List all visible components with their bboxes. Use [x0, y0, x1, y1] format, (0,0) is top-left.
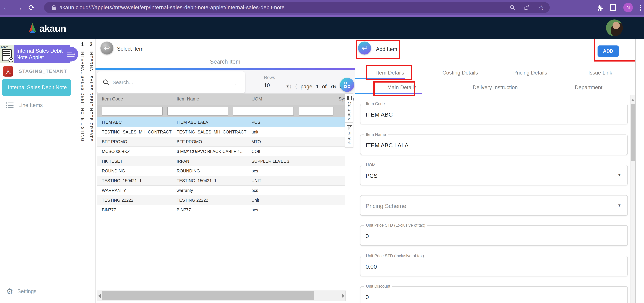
right-gutter — [635, 39, 644, 303]
filter-input-item-name[interactable] — [168, 107, 228, 116]
bookmark-star-icon[interactable]: ☆ — [538, 4, 544, 11]
url-text[interactable]: akaun.cloud/#/applets/tnt/wavelet/erp/in… — [60, 5, 284, 11]
vertical-scrollbar-thumb[interactable] — [631, 104, 634, 161]
tenant-name-label: STAGING_TENANT — [19, 69, 67, 74]
filter-sort-icon[interactable] — [232, 80, 238, 84]
address-bar[interactable]: akaun.cloud/#/applets/tnt/wavelet/erp/in… — [44, 2, 550, 13]
table-row[interactable]: ROUNDINGROUNDINGpcs — [97, 166, 345, 176]
filter-input-system-status[interactable] — [298, 107, 334, 116]
total-pages: 76 — [330, 84, 336, 90]
rows-per-page-select[interactable]: 10 ▼ — [264, 82, 285, 90]
subtab-delivery-instruction[interactable]: Delivery Instruction — [448, 82, 542, 94]
unit-price-exclusive-field[interactable]: Unit Price STD (Exclusive of tax) 0 — [360, 225, 628, 246]
detail-tabs: Item Details Costing Details Pricing Det… — [355, 68, 635, 79]
select-item-back-button[interactable]: ↩ — [100, 42, 114, 55]
sidebar-collapse-button[interactable]: ‹ — [64, 47, 78, 62]
select-item-panel: ↩ Select Item Search Item Search... Rows… — [96, 39, 355, 303]
uom-select-field[interactable]: UOM PCS ▼ — [360, 165, 628, 185]
unit-discount-field[interactable]: Unit Discount 0 — [360, 286, 628, 303]
table-row[interactable]: MCSC006BKZ6 MM² CU/PVC BLACK CABLE 1...C… — [97, 147, 345, 156]
subtab-main-details[interactable]: Main Details — [355, 82, 448, 94]
side-panel-icon[interactable] — [610, 4, 616, 11]
filters-tool-tab[interactable]: Filters — [345, 123, 354, 148]
browser-menu-icon[interactable] — [640, 5, 641, 11]
rows-label: Rows — [264, 75, 275, 80]
pagination: |⟨ ⟨ page 1 of 76 ⟩ ⟩| — [288, 83, 348, 90]
horizontal-scrollbar[interactable] — [97, 290, 346, 301]
sidebar-item-settings[interactable]: ⚙ Settings — [6, 287, 36, 295]
share-icon[interactable] — [524, 4, 530, 11]
first-page-button[interactable]: |⟨ — [288, 83, 292, 90]
table-header-row: Item Code Item Name UOM System St — [97, 94, 345, 105]
filter-input-uom[interactable] — [233, 107, 294, 116]
sidebar-item-line-items[interactable]: Line Items — [6, 102, 43, 108]
item-name-field[interactable]: Item Name ITEM ABC LALA — [360, 135, 628, 155]
active-subtab-indicator — [355, 93, 422, 94]
prev-page-button[interactable]: ⟨ — [295, 83, 297, 90]
table-row[interactable]: ITEM ABCITEM ABC LALAPCS — [97, 117, 345, 127]
app-header: akaun — [0, 17, 644, 39]
zoom-out-icon[interactable] — [509, 4, 516, 11]
scroll-left-icon[interactable] — [98, 293, 101, 298]
tenant-row[interactable]: 大 STAGING_TENANT — [3, 66, 67, 77]
scroll-right-icon[interactable] — [342, 293, 344, 298]
tab-pricing-details[interactable]: Pricing Details — [495, 68, 565, 79]
debit-note-applet-icon: DEBIT — [0, 45, 14, 63]
browser-forward-icon[interactable]: → — [13, 3, 25, 12]
table-row[interactable]: TESTING_SALES_MH_CONTRACTTESTING_SALES_M… — [97, 127, 345, 137]
columns-icon — [347, 96, 352, 100]
col-item-code[interactable]: Item Code — [97, 96, 172, 102]
settings-label: Settings — [17, 288, 36, 294]
add-item-back-button[interactable]: ↩ — [358, 42, 371, 55]
table-row[interactable]: BFF PROMOBFF PROMOMTO — [97, 137, 345, 147]
browser-back-icon[interactable]: ← — [0, 3, 13, 12]
horizontal-scrollbar-thumb[interactable] — [102, 291, 314, 300]
workspace-tab-create[interactable]: 2 INTERNAL SALES DEBIT NOTE CREATE — [87, 39, 96, 303]
akaun-logo[interactable]: akaun — [27, 23, 66, 34]
sidebar-item-internal-sales-debit-note[interactable]: Internal Sales Debit Note — [2, 79, 72, 96]
table-row[interactable]: TESTING 22222TESTING 22222Unit — [97, 195, 345, 205]
tab-costing-details[interactable]: Costing Details — [425, 68, 495, 79]
akaun-logo-icon — [27, 23, 38, 34]
grid-view-button[interactable] — [340, 78, 354, 92]
table-filter-row — [97, 105, 345, 117]
add-button[interactable]: ADD — [598, 46, 619, 57]
tab-item-details[interactable]: Item Details — [355, 68, 425, 79]
workspace-tab-listing[interactable]: 1 INTERNAL SALES DEBIT NOTE LISTING — [78, 39, 87, 303]
main-area: DEBIT Internal Sales Debit Note Applet ‹… — [0, 39, 644, 303]
add-item-title: Add Item — [376, 46, 397, 52]
pricing-scheme-select-field[interactable]: Pricing Scheme ▼ — [360, 195, 628, 216]
grid-icon — [344, 82, 350, 88]
applet-name-label: Internal Sales Debit Note Applet — [14, 45, 70, 63]
extensions-puzzle-icon[interactable] — [596, 4, 603, 11]
add-item-panel: ↩ Add Item ADD Item Details Costing Deta… — [355, 39, 635, 303]
table-row[interactable]: HK TESETIRFANSUPPLER LEVEL 3 — [97, 156, 345, 166]
search-input[interactable]: Search... — [97, 72, 245, 93]
subtab-department[interactable]: Department — [542, 82, 635, 94]
vertical-scrollbar[interactable] — [630, 95, 635, 303]
search-item-label: Search Item — [96, 59, 355, 65]
unit-price-inclusive-field[interactable]: Unit Price STD (Inclusive of tax) 0.00 — [360, 256, 628, 276]
browser-reload-icon[interactable]: ⟳ — [25, 3, 38, 12]
workspace-tab-create-label: INTERNAL SALES DEBIT NOTE CREATE — [89, 51, 94, 141]
columns-tool-tab[interactable]: Columns — [345, 94, 354, 123]
col-item-name[interactable]: Item Name — [172, 96, 247, 102]
chevron-down-icon: ▼ — [618, 173, 621, 177]
scroll-up-icon[interactable] — [631, 99, 634, 101]
browser-profile-avatar[interactable]: N — [623, 3, 633, 12]
select-item-title: Select Item — [117, 46, 144, 52]
funnel-icon — [347, 125, 352, 130]
list-icon — [6, 102, 14, 108]
user-avatar[interactable] — [606, 20, 623, 36]
tab-issue-link[interactable]: Issue Link — [565, 68, 635, 79]
chevron-down-icon: ▼ — [618, 203, 621, 208]
sidebar-item-applet[interactable]: DEBIT Internal Sales Debit Note Applet — [0, 45, 70, 63]
workspace-tab-listing-label: INTERNAL SALES DEBIT NOTE LISTING — [80, 51, 85, 142]
table-row[interactable]: TESTING_150421_1TESTING_150421_1UNIT — [97, 176, 345, 186]
tenant-icon: 大 — [3, 66, 13, 77]
filter-input-item-code[interactable] — [102, 107, 162, 116]
item-code-field[interactable]: Item Code ITEM ABC — [360, 104, 628, 124]
col-uom[interactable]: UOM — [247, 96, 322, 102]
table-row[interactable]: BIN777BIN777pcs — [97, 205, 345, 215]
table-row[interactable]: WARRANTYwarrantypcs — [97, 186, 345, 195]
